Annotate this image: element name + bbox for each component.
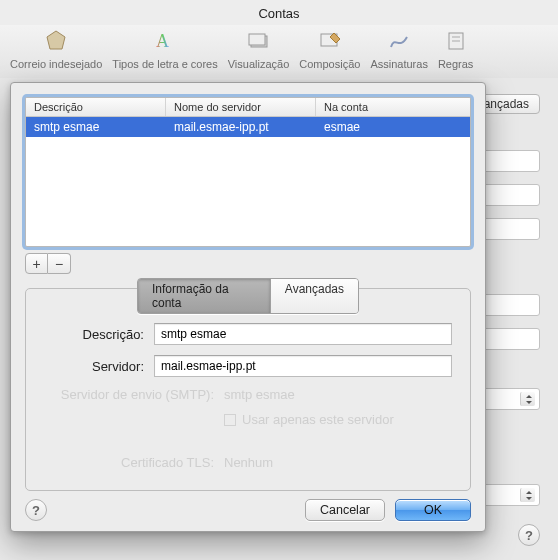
ghost-smtp-label: Servidor de envio (SMTP): xyxy=(44,387,224,402)
row-server: Servidor: xyxy=(44,355,452,377)
cell-account: esmae xyxy=(316,117,470,137)
row-description: Descrição: xyxy=(44,323,452,345)
cancel-button[interactable]: Cancelar xyxy=(305,499,385,521)
ghost-tls-row: Certificado TLS: Nenhum xyxy=(44,455,452,470)
background-help: ? xyxy=(518,524,540,546)
toolbar-label: Assinaturas xyxy=(370,58,427,70)
svg-text:A: A xyxy=(156,31,169,51)
help-icon[interactable]: ? xyxy=(25,499,47,521)
remove-button[interactable]: − xyxy=(48,253,71,274)
account-tab-group: Informação da conta Avançadas Descrição:… xyxy=(25,288,471,491)
add-button[interactable]: + xyxy=(25,253,48,274)
toolbar-label: Visualização xyxy=(228,58,290,70)
svg-rect-2 xyxy=(249,34,265,45)
cell-description: smtp esmae xyxy=(26,117,166,137)
toolbar-viewing[interactable]: Visualização xyxy=(224,27,294,70)
table-row[interactable]: smtp esmae mail.esmae-ipp.pt esmae xyxy=(26,117,470,137)
toolbar-fonts[interactable]: A Tipos de letra e cores xyxy=(108,27,221,70)
toolbar-label: Regras xyxy=(438,58,473,70)
ghost-tls-value: Nenhum xyxy=(224,455,452,470)
description-input[interactable] xyxy=(154,323,452,345)
ghost-only-label: Usar apenas este servidor xyxy=(224,412,452,427)
viewing-icon xyxy=(245,27,273,55)
rules-icon xyxy=(442,27,470,55)
toolbar-composing[interactable]: Composição xyxy=(295,27,364,70)
ghost-only-row: Usar apenas este servidor xyxy=(44,412,452,427)
ghost-smtp-row: Servidor de envio (SMTP): smtp esmae xyxy=(44,387,452,402)
label-description: Descrição: xyxy=(44,327,154,342)
col-in-account[interactable]: Na conta xyxy=(316,98,470,116)
tab-advanced[interactable]: Avançadas xyxy=(270,279,358,313)
toolbar-label: Tipos de letra e cores xyxy=(112,58,217,70)
tab-account-info[interactable]: Informação da conta xyxy=(138,279,270,313)
smtp-server-sheet: Descrição Nome do servidor Na conta smtp… xyxy=(10,82,486,532)
preferences-toolbar: Correio indesejado A Tipos de letra e co… xyxy=(0,25,558,79)
col-server-name[interactable]: Nome do servidor xyxy=(166,98,316,116)
toolbar-rules[interactable]: Regras xyxy=(434,27,477,70)
server-input[interactable] xyxy=(154,355,452,377)
ghost-tls-label: Certificado TLS: xyxy=(44,455,224,470)
cell-server: mail.esmae-ipp.pt xyxy=(166,117,316,137)
ghost-smtp-value: smtp esmae xyxy=(224,387,452,402)
ok-button[interactable]: OK xyxy=(395,499,471,521)
junk-mail-icon xyxy=(42,27,70,55)
tab-bar: Informação da conta Avançadas xyxy=(137,278,359,314)
fonts-colors-icon: A xyxy=(151,27,179,55)
composing-icon xyxy=(316,27,344,55)
add-remove-buttons: + − xyxy=(25,253,485,274)
col-description[interactable]: Descrição xyxy=(26,98,166,116)
sheet-footer: ? Cancelar OK xyxy=(11,491,485,525)
toolbar-junk[interactable]: Correio indesejado xyxy=(6,27,106,70)
toolbar-label: Correio indesejado xyxy=(10,58,102,70)
toolbar-label: Composição xyxy=(299,58,360,70)
signatures-icon xyxy=(385,27,413,55)
table-header: Descrição Nome do servidor Na conta xyxy=(26,98,470,117)
toolbar-signatures[interactable]: Assinaturas xyxy=(366,27,431,70)
help-icon[interactable]: ? xyxy=(518,524,540,546)
server-table[interactable]: Descrição Nome do servidor Na conta smtp… xyxy=(25,97,471,247)
window-title: Contas xyxy=(0,0,558,25)
label-server: Servidor: xyxy=(44,359,154,374)
